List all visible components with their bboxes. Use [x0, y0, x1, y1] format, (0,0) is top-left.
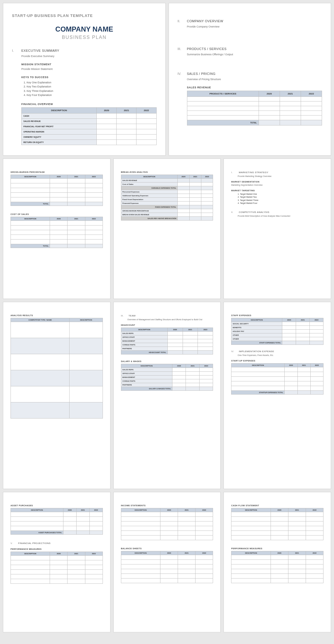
section-implementation-expense: IV. IMPLEMENTATION EXPENSE: [231, 350, 323, 353]
headcount-table: DESCRIPTION202020212022 SALES REPS OFFIC…: [121, 328, 213, 354]
staff-expenses-table: DESCRIPTION202020212022 SOCIAL SECURITY …: [231, 318, 323, 345]
financial-overview-table: DESCRIPTION202020212022 CASH SALES REVEN…: [21, 107, 157, 145]
section-financial-projections: V. FINANCIAL PROJECTIONS: [11, 542, 103, 545]
break-even-table: DESCRIPTION202020212022 SALES REVENUE Co…: [121, 175, 213, 221]
perf-measures-table-2: DESCRIPTION202020212022: [231, 551, 323, 583]
sales-revenue-heading: SALES REVENUE: [187, 86, 322, 89]
section-marketing-strategy: I. MARKETING STRATEGY: [231, 171, 323, 174]
perf-measures-table-1: DESCRIPTION202020212022: [11, 552, 103, 584]
page-2: II. COMPANY OVERVIEW Provide Company Ove…: [169, 3, 331, 156]
keys-to-success-heading: KEYS TO SUCCESS: [21, 76, 157, 79]
section-team: III. TEAM: [121, 314, 213, 317]
section-products-services: III. PRODUCTS / SERVICES: [178, 47, 322, 51]
asset-purchases-table: DESCRIPTION202020212022 ASSET PURCHASES …: [11, 508, 103, 535]
target-market-list: Target Market One Target Market Two Targ…: [240, 193, 323, 205]
section-competitive-analysis: II. COMPETITIVE ANALYSIS: [231, 211, 323, 213]
analysis-results-table: COMPETITOR TYPE / NAMEDESCRIPTION: [11, 318, 103, 419]
page-3: GROSS-MARGIN PERCENTAGE DESCRIPTION20202…: [3, 159, 110, 299]
page-9: ASSET PURCHASES DESCRIPTION202020212022 …: [3, 492, 110, 632]
page-8: STAFF EXPENSES DESCRIPTION202020212022 S…: [224, 302, 331, 489]
salary-table: DESCRIPTION202020212022 SALES REPS OFFIC…: [121, 364, 213, 391]
page-6: ANALYSIS RESULTS COMPETITOR TYPE / NAMED…: [3, 302, 110, 489]
page-10: INCOME STATEMENTS DESCRIPTION20202021202…: [113, 492, 221, 632]
startup-expenses-table: DESCRIPTION202020212022 STARTUP EXPENSES…: [231, 363, 323, 395]
keys-list: Key One Explanation Key Two Explanation …: [27, 80, 157, 97]
sales-revenue-table: PRODUCTS / SERVICES202020212022 TOTAL: [187, 91, 322, 125]
template-title: START-UP BUSINESS PLAN TEMPLATE: [12, 13, 157, 18]
cashflow-table: DESCRIPTION202020212022: [231, 508, 323, 540]
page-7: III. TEAM Overview of Management and Sta…: [113, 302, 221, 489]
income-statements-table: DESCRIPTION202020212022: [121, 508, 213, 540]
section-executive-summary: I. EXECUTIVE SUMMARY: [12, 49, 157, 52]
balance-sheets-table: DESCRIPTION202020212022: [121, 551, 213, 583]
page-5: I. MARKETING STRATEGY Provide Marketing …: [224, 159, 331, 299]
business-plan-label: BUSINESS PLAN: [12, 35, 157, 40]
section-company-overview: II. COMPANY OVERVIEW: [178, 19, 322, 23]
section-sales-pricing: IV. SALES / PRICING: [178, 72, 322, 75]
page-4: BREAK-EVEN ANALYSIS DESCRIPTION202020212…: [113, 159, 221, 299]
page-11: CASH FLOW STATEMENT DESCRIPTION202020212…: [224, 492, 331, 632]
mission-statement-heading: MISSION STATEMENT: [21, 63, 157, 66]
financial-overview-heading: FINANCIAL OVERVIEW: [21, 103, 157, 106]
cost-sales-table: DESCRIPTION202020212022 TOTAL: [11, 217, 103, 248]
gross-margin-table: DESCRIPTION202020212022 TOTAL: [11, 175, 103, 206]
page-1: START-UP BUSINESS PLAN TEMPLATE COMPANY …: [3, 3, 166, 156]
company-name: COMPANY NAME: [12, 25, 157, 33]
